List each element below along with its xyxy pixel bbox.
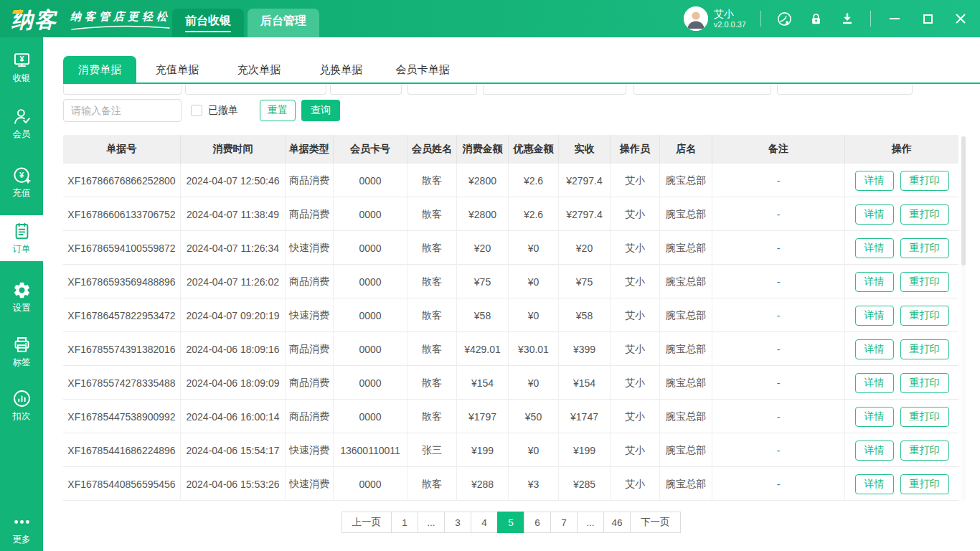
cancelled-checkbox[interactable]	[191, 105, 202, 116]
remark-input[interactable]	[63, 99, 182, 122]
reprint-button[interactable]: 重打印	[900, 272, 949, 292]
clipped-filter-field[interactable]	[777, 85, 913, 95]
customer-service-icon[interactable]	[776, 10, 793, 27]
logo-accent-mark	[12, 10, 24, 14]
cell-actions: 详情重打印	[845, 332, 958, 366]
clipped-filter-field[interactable]	[407, 85, 477, 95]
subtab-underline	[63, 83, 980, 84]
cell-type: 快速消费	[286, 298, 334, 332]
page-ellipsis[interactable]: ...	[418, 512, 445, 533]
ellipsis-icon	[12, 512, 32, 532]
page-button-1[interactable]: 1	[391, 512, 418, 533]
minimize-button[interactable]	[885, 9, 904, 28]
cell-member: 散客	[407, 231, 457, 265]
prev-page-button[interactable]: 上一页	[341, 512, 392, 533]
sidebar-item-label: 标签	[13, 357, 31, 369]
reprint-button[interactable]: 重打印	[900, 339, 949, 359]
column-header-amount: 消费金额	[457, 135, 509, 164]
reprint-button[interactable]: 重打印	[900, 474, 949, 494]
maximize-button[interactable]	[918, 9, 937, 28]
clipped-filter-field[interactable]	[330, 85, 402, 95]
clipped-filter-field[interactable]	[185, 85, 326, 95]
nav-tab-2[interactable]: 后台管理	[248, 9, 319, 37]
cell-store: 腕宝总部	[660, 467, 712, 501]
detail-button[interactable]: 详情	[855, 339, 894, 359]
sidebar-item-member[interactable]: 会员	[0, 100, 43, 146]
clipped-filter-field[interactable]	[633, 85, 771, 95]
close-button[interactable]	[951, 9, 970, 28]
user-info[interactable]: 艾小 v2.0.0.37	[714, 8, 746, 29]
detail-button[interactable]: 详情	[855, 204, 894, 225]
avatar[interactable]	[684, 6, 708, 31]
sidebar-item-more[interactable]: 更多	[0, 506, 43, 551]
lock-icon[interactable]	[807, 10, 824, 27]
page-button-4[interactable]: 4	[471, 512, 498, 533]
cell-discount: ¥50	[509, 400, 559, 433]
reprint-button[interactable]: 重打印	[900, 204, 949, 225]
table-scrollbar-thumb[interactable]	[961, 136, 966, 265]
cell-card_no: 0000	[334, 332, 407, 366]
download-icon[interactable]	[839, 10, 856, 27]
detail-button[interactable]: 详情	[855, 238, 894, 258]
page-button-5[interactable]: 5	[497, 512, 524, 533]
detail-button[interactable]: 详情	[855, 373, 894, 393]
cell-discount: ¥2.6	[509, 197, 559, 231]
detail-button[interactable]: 详情	[855, 171, 894, 191]
page-button-6[interactable]: 6	[524, 512, 551, 533]
reprint-button[interactable]: 重打印	[900, 407, 949, 427]
sidebar-item-label: 充值	[13, 187, 31, 199]
page-button-3[interactable]: 3	[444, 512, 471, 533]
reprint-button[interactable]: 重打印	[900, 238, 949, 258]
cell-card_no: 0000	[334, 298, 407, 332]
search-button[interactable]: 查询	[301, 100, 340, 121]
column-header-card_no: 会员卡号	[334, 135, 407, 164]
sidebar-item-settings[interactable]: 设置	[0, 274, 43, 320]
reprint-button[interactable]: 重打印	[900, 373, 949, 393]
table-scrollbar[interactable]	[961, 136, 966, 501]
subtab-5[interactable]: 会员卡单据	[382, 56, 463, 84]
person-check-icon	[12, 107, 32, 126]
subtab-3[interactable]: 充次单据	[218, 56, 300, 84]
nav-tab-1[interactable]: 前台收银	[172, 9, 244, 37]
page-button-46[interactable]: 46	[603, 512, 631, 533]
cell-time: 2024-04-07 11:26:02	[181, 265, 286, 298]
cell-time: 2024-04-06 15:53:26	[181, 467, 286, 501]
detail-button[interactable]: 详情	[855, 272, 894, 292]
detail-button[interactable]: 详情	[855, 407, 894, 427]
reprint-button[interactable]: 重打印	[900, 441, 949, 461]
sidebar-item-recharge[interactable]: ¥充值	[0, 159, 43, 205]
cell-actions: 详情重打印	[845, 265, 958, 298]
cell-operator: 艾小	[611, 433, 660, 467]
sidebar-item-label[interactable]: 标签	[0, 329, 43, 375]
filter-row: 已撤单 重置 查询	[63, 99, 340, 122]
sidebar-item-orders[interactable]: 订单	[0, 215, 43, 261]
detail-button[interactable]: 详情	[855, 306, 894, 326]
subtab-2[interactable]: 充值单据	[136, 56, 218, 84]
table-row: XF167854408565954562024-04-06 15:53:26快速…	[63, 467, 958, 501]
sidebar-item-label: 收银	[13, 72, 31, 85]
sidebar-item-deduct[interactable]: 扣次	[0, 382, 43, 428]
detail-button[interactable]: 详情	[855, 441, 894, 461]
page-ellipsis[interactable]: ...	[577, 512, 604, 533]
cell-store: 腕宝总部	[660, 400, 712, 433]
slogan: 纳客管店更轻松	[70, 10, 171, 31]
reset-button[interactable]: 重置	[260, 100, 296, 121]
cell-amount: ¥288	[457, 467, 509, 501]
cell-remark: -	[712, 332, 845, 366]
sidebar-item-cashier[interactable]: ¥收银	[0, 44, 43, 90]
table-row: XF167864578229534722024-04-07 09:20:19快速…	[63, 298, 958, 332]
page-button-7[interactable]: 7	[550, 512, 578, 533]
cell-order_no: XF16786593569488896	[63, 265, 181, 298]
table-row: XF167865941005598722024-04-07 11:26:34快速…	[63, 231, 958, 265]
detail-button[interactable]: 详情	[855, 474, 894, 494]
next-page-button[interactable]: 下一页	[630, 512, 681, 533]
clipped-filter-field[interactable]	[63, 85, 182, 95]
subtab-4[interactable]: 兑换单据	[300, 56, 382, 84]
clipped-filter-field[interactable]	[483, 85, 626, 95]
reprint-button[interactable]: 重打印	[900, 306, 949, 326]
subtab-1[interactable]: 消费单据	[63, 56, 136, 84]
cell-remark: -	[712, 164, 845, 197]
cell-operator: 艾小	[611, 467, 660, 501]
cell-discount: ¥0	[509, 265, 559, 298]
reprint-button[interactable]: 重打印	[900, 171, 949, 191]
